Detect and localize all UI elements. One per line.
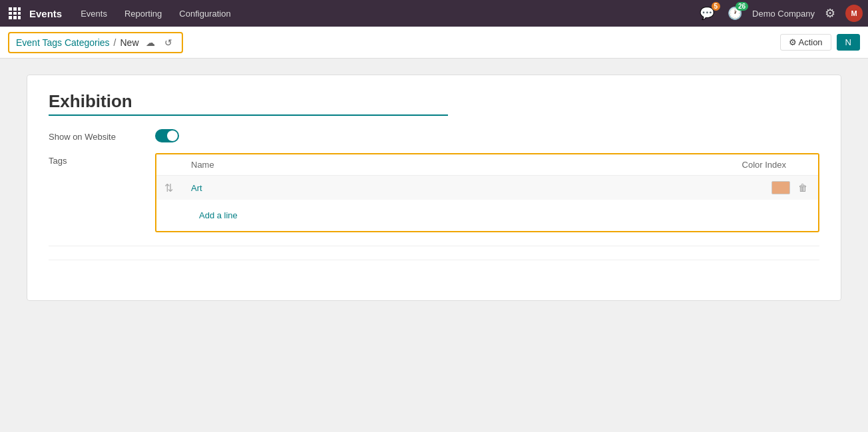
breadcrumb-actions: ⚙ Action N — [780, 34, 860, 51]
add-line-button[interactable]: Add a line — [191, 205, 246, 226]
table-row: ⇅ Art 🗑 — [156, 176, 818, 200]
color-swatch[interactable] — [771, 181, 790, 194]
action-button[interactable]: ⚙ Action — [780, 34, 831, 51]
top-menu: Events Reporting Configuration — [73, 6, 696, 21]
form-card: Show on Website Tags Name Color Index — [27, 75, 841, 301]
show-on-website-toggle[interactable] — [155, 129, 179, 142]
col-handle — [156, 154, 183, 176]
show-on-website-label: Show on Website — [49, 129, 155, 142]
svg-rect-5 — [18, 12, 21, 15]
menu-events[interactable]: Events — [73, 6, 115, 21]
top-navigation: Events Events Reporting Configuration 💬 … — [0, 0, 868, 27]
menu-configuration[interactable]: Configuration — [171, 6, 238, 21]
company-name: Demo Company — [752, 9, 815, 19]
svg-rect-1 — [13, 7, 17, 11]
chat-button[interactable]: 💬 5 — [696, 5, 718, 22]
svg-rect-2 — [18, 7, 21, 11]
drag-handle-cell[interactable]: ⇅ — [156, 176, 183, 200]
breadcrumb-separator: / — [114, 37, 116, 48]
tags-table-wrapper: Name Color Index ⇅ Art — [155, 153, 819, 232]
topnav-right: 💬 5 🕐 26 Demo Company ⚙ M — [696, 5, 863, 22]
tag-name-cell[interactable]: Art — [183, 176, 384, 200]
svg-rect-8 — [18, 16, 21, 19]
brand-name: Events — [29, 8, 62, 19]
tags-row: Tags Name Color Index ⇅ — [49, 153, 819, 232]
menu-reporting[interactable]: Reporting — [116, 6, 170, 21]
color-cell: 🗑 — [392, 181, 810, 194]
discard-icon[interactable]: ↺ — [162, 36, 175, 49]
avatar[interactable]: M — [845, 5, 863, 22]
new-button[interactable]: N — [837, 34, 860, 51]
breadcrumb-outline: Event Tags Categories / New ☁ ↺ — [8, 32, 183, 53]
tags-label: Tags — [49, 153, 155, 166]
svg-rect-7 — [13, 16, 17, 19]
svg-rect-4 — [13, 12, 17, 15]
add-line-cell: Add a line — [183, 200, 818, 231]
show-on-website-row: Show on Website — [49, 129, 819, 142]
drag-handle-icon[interactable]: ⇅ — [164, 182, 173, 194]
tag-color-cell: 🗑 — [384, 176, 818, 200]
breadcrumb-parent[interactable]: Event Tags Categories — [16, 37, 110, 48]
add-line-empty — [156, 200, 183, 231]
chat-badge: 5 — [712, 2, 721, 11]
save-manually-icon[interactable]: ☁ — [143, 36, 158, 49]
breadcrumb-bar: Event Tags Categories / New ☁ ↺ ⚙ Action… — [0, 27, 868, 59]
divider-2 — [49, 260, 819, 260]
activity-button[interactable]: 🕐 26 — [724, 5, 746, 22]
divider-1 — [49, 246, 819, 246]
col-color-header: Color Index — [384, 154, 818, 176]
activity-badge: 26 — [736, 2, 748, 11]
add-line-row: Add a line — [156, 200, 818, 231]
svg-rect-0 — [9, 7, 12, 11]
svg-rect-3 — [9, 12, 12, 15]
form-title-input[interactable] — [49, 91, 448, 116]
col-name-header: Name — [183, 154, 384, 176]
tags-table: Name Color Index ⇅ Art — [156, 154, 818, 231]
main-content: Show on Website Tags Name Color Index — [0, 59, 868, 317]
delete-row-button[interactable]: 🗑 — [795, 181, 810, 194]
apps-icon[interactable] — [5, 4, 24, 23]
settings-icon[interactable]: ⚙ — [821, 5, 839, 22]
breadcrumb-current: New — [120, 37, 139, 48]
svg-rect-6 — [9, 16, 12, 19]
